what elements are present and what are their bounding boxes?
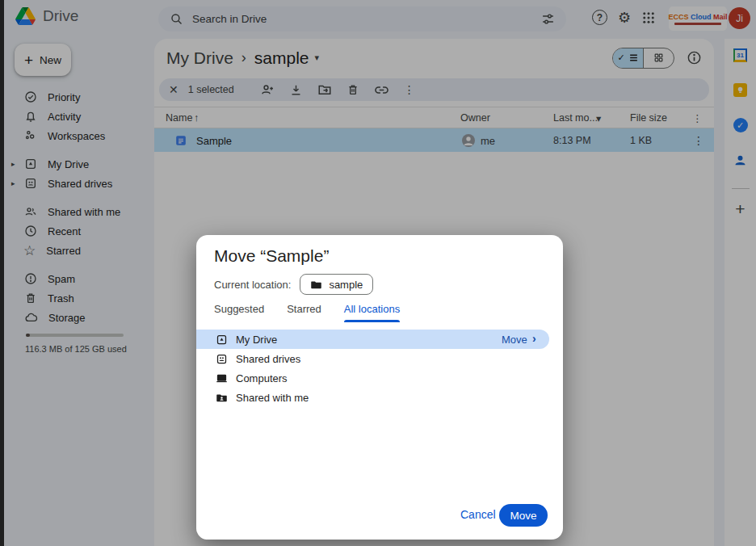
location-row-my-drive[interactable]: My Drive Move › xyxy=(196,330,549,349)
move-dialog: Move “Sample” Current location: sample S… xyxy=(196,235,563,540)
folder-icon xyxy=(310,279,322,291)
dialog-title: Move “Sample” xyxy=(214,246,329,266)
my-drive-icon xyxy=(216,334,228,346)
laptop-icon xyxy=(216,372,228,384)
cancel-button[interactable]: Cancel xyxy=(460,508,496,521)
location-row-shared-drives[interactable]: Shared drives xyxy=(196,349,563,368)
tab-all-locations[interactable]: All locations xyxy=(344,303,400,322)
chevron-right-icon[interactable]: › xyxy=(532,332,536,345)
tab-suggested[interactable]: Suggested xyxy=(214,303,264,322)
location-list: My Drive Move › Shared drives Computers … xyxy=(196,330,563,407)
location-row-shared-with-me[interactable]: Shared with me xyxy=(196,388,563,407)
current-location-name: sample xyxy=(329,279,363,291)
tab-starred[interactable]: Starred xyxy=(287,303,321,322)
move-button[interactable]: Move xyxy=(499,504,548,527)
location-row-computers[interactable]: Computers xyxy=(196,368,563,388)
shared-drives-icon xyxy=(216,353,228,365)
current-location-label: Current location: xyxy=(214,279,291,291)
current-location-chip[interactable]: sample xyxy=(300,274,373,295)
shared-folder-icon xyxy=(216,392,228,404)
row-move-action[interactable]: Move xyxy=(502,334,527,346)
dialog-tabs: Suggested Starred All locations xyxy=(214,303,400,322)
